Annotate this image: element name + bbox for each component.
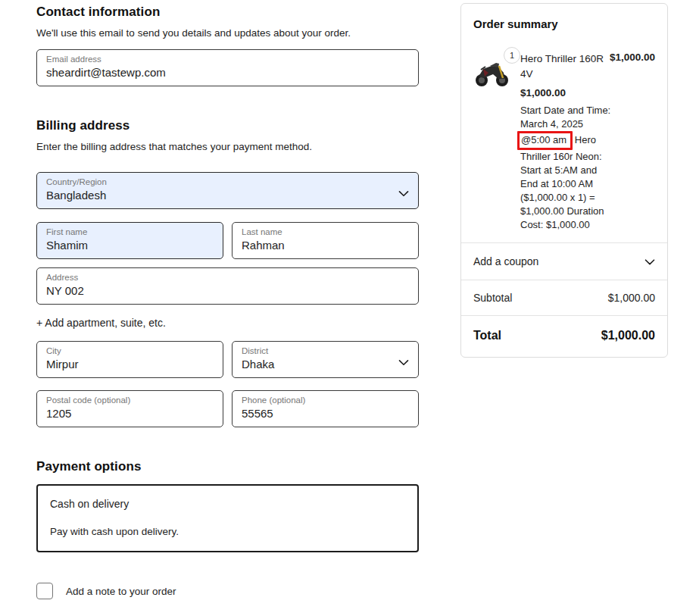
product-unit-price: $1,000.00 <box>520 87 655 98</box>
chevron-down-icon <box>645 255 655 268</box>
last-name-label: Last name <box>242 227 409 238</box>
product-name: Hero Thriller 160R 4V <box>520 52 610 82</box>
contact-section: Contact information We'll use this email… <box>36 5 419 86</box>
postal-code-field[interactable]: Postal code (optional) <box>36 390 223 427</box>
country-value[interactable] <box>46 188 389 203</box>
add-note-checkbox[interactable] <box>36 583 53 599</box>
booking-detail-text: Hero <box>572 134 596 145</box>
booking-detail-line: End at 10:00 AM <box>520 177 655 191</box>
address-field[interactable]: Address <box>36 267 419 305</box>
phone-label: Phone (optional) <box>242 395 409 406</box>
first-name-label: First name <box>46 227 214 238</box>
add-coupon-toggle[interactable]: Add a coupon <box>461 242 667 280</box>
booking-details: Start Date and Time: March 4, 2025 @5:00… <box>520 104 655 232</box>
city-district-row: City District <box>36 341 419 378</box>
booking-detail-line: @5:00 am Hero <box>520 131 655 150</box>
billing-section: Billing address Enter the billing addres… <box>36 118 419 427</box>
booking-detail-line: ($1,000.00 x 1) = <box>520 191 655 205</box>
city-label: City <box>46 346 214 357</box>
booking-detail-line: Start at 5:AM and <box>520 164 655 177</box>
email-field[interactable]: Email address <box>36 49 419 86</box>
subtotal-label: Subtotal <box>473 292 512 304</box>
motorcycle-image <box>473 56 510 88</box>
country-select[interactable]: Country/Region <box>36 172 419 209</box>
order-summary-header: Order summary <box>461 4 667 30</box>
payment-method-cod[interactable]: Cash on delivery Pay with cash upon deli… <box>36 484 419 552</box>
email-input[interactable] <box>46 65 409 80</box>
last-name-field[interactable]: Last name <box>232 222 419 259</box>
payment-section: Payment options Cash on delivery Pay wit… <box>36 459 419 552</box>
product-thumbnail: 1 <box>473 56 510 232</box>
annotation-highlight-box: @5:00 am <box>517 131 573 150</box>
product-price: $1,000.00 <box>610 52 655 82</box>
district-select[interactable]: District <box>232 341 419 378</box>
booking-detail-line: Start Date and Time: <box>520 104 655 117</box>
total-value: $1,000.00 <box>601 329 655 342</box>
checkout-page: Contact information We'll use this email… <box>0 0 696 616</box>
booking-detail-line: Thriller 160r Neon: <box>520 150 655 164</box>
payment-heading: Payment options <box>36 459 419 474</box>
city-input[interactable] <box>46 357 214 372</box>
postal-code-input[interactable] <box>46 406 214 421</box>
name-fields-row: First name Last name <box>36 222 419 259</box>
order-summary-card: Order summary 1 <box>460 3 668 358</box>
total-row: Total $1,000.00 <box>461 315 667 357</box>
payment-method-description: Pay with cash upon delivery. <box>50 526 405 537</box>
booking-detail-line: $1,000.00 Duration <box>520 205 655 218</box>
billing-heading: Billing address <box>36 118 419 133</box>
payment-method-title: Cash on delivery <box>50 498 405 510</box>
district-label: District <box>242 346 409 357</box>
address-input[interactable] <box>46 283 409 299</box>
postal-code-label: Postal code (optional) <box>46 395 214 406</box>
first-name-field[interactable]: First name <box>36 222 223 259</box>
contact-description: We'll use this email to send you details… <box>36 27 419 39</box>
district-value[interactable] <box>242 357 389 372</box>
add-apartment-link[interactable]: + Add apartment, suite, etc. <box>36 317 166 329</box>
first-name-input[interactable] <box>46 238 214 253</box>
add-coupon-label: Add a coupon <box>473 255 538 267</box>
order-item: 1 Hero Thriller 160R 4V $1,000.00 $1,000… <box>461 30 667 242</box>
add-note-label: Add a note to your order <box>66 586 176 597</box>
order-summary-title: Order summary <box>473 17 655 30</box>
order-summary-sidebar: Order summary 1 <box>460 3 668 358</box>
checkout-form: Contact information We'll use this email… <box>36 5 419 616</box>
subtotal-value: $1,000.00 <box>608 292 655 304</box>
booking-detail-line: March 4, 2025 <box>520 117 655 131</box>
total-label: Total <box>473 329 501 342</box>
order-note-row: Add a note to your order <box>36 583 419 599</box>
city-field[interactable]: City <box>36 341 223 378</box>
country-label: Country/Region <box>46 177 409 188</box>
contact-heading: Contact information <box>36 5 419 20</box>
phone-field[interactable]: Phone (optional) <box>232 390 419 427</box>
last-name-input[interactable] <box>242 238 409 253</box>
product-info: Hero Thriller 160R 4V $1,000.00 $1,000.0… <box>520 52 655 232</box>
subtotal-row: Subtotal $1,000.00 <box>461 280 667 315</box>
email-label: Email address <box>46 54 409 65</box>
postal-phone-row: Postal code (optional) Phone (optional) <box>36 390 419 427</box>
quantity-badge: 1 <box>504 47 520 64</box>
phone-input[interactable] <box>242 406 409 421</box>
booking-detail-line: Cost: $1,000.00 <box>520 218 655 232</box>
billing-description: Enter the billing address that matches y… <box>36 141 419 152</box>
address-label: Address <box>46 272 409 283</box>
